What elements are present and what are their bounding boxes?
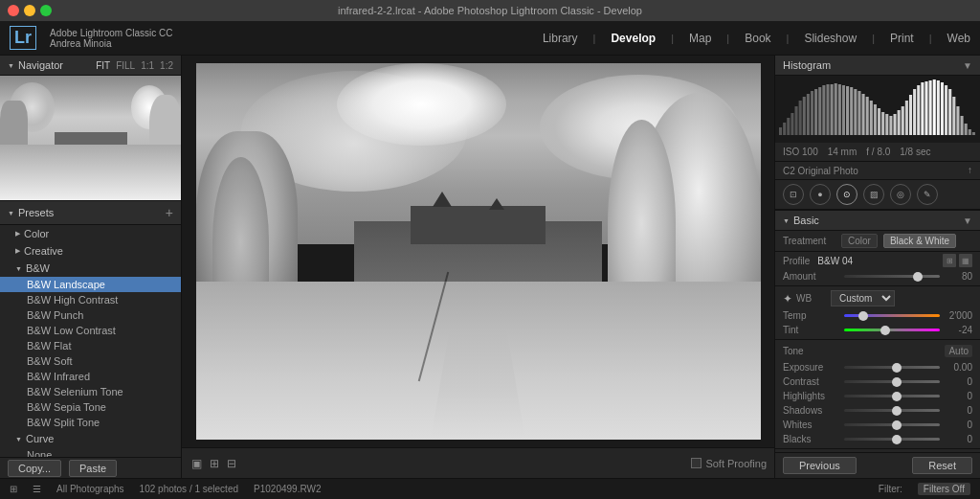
temp-slider-track[interactable]	[844, 314, 940, 317]
nav-web[interactable]: Web	[947, 32, 970, 45]
soft-proofing-checkbox[interactable]	[691, 458, 702, 468]
tint-slider-thumb[interactable]	[880, 326, 890, 335]
wb-dropdown[interactable]: Custom Auto Daylight Cloudy Shade	[831, 290, 895, 306]
preset-curve-none[interactable]: None	[0, 447, 181, 457]
blacks-label: Blacks	[783, 434, 840, 444]
before-after-icon[interactable]: ⊞	[208, 455, 221, 472]
preset-bw-split-tone[interactable]: B&W Split Tone	[0, 415, 181, 430]
preset-group-curve-header[interactable]: ▼ Curve	[0, 430, 181, 447]
preset-group-bw-header[interactable]: ▼ B&W	[0, 260, 181, 277]
presets-collapse-icon[interactable]: ▼	[8, 210, 14, 216]
shadows-slider-row: Shadows 0	[775, 403, 980, 418]
exif-aperture: f / 8.0	[866, 147, 890, 157]
preset-bw-infrared[interactable]: B&W Infrared	[0, 369, 181, 384]
svg-rect-39	[933, 79, 936, 135]
preset-bw-punch[interactable]: B&W Punch	[0, 307, 181, 323]
zoom-1-1[interactable]: 1:1	[141, 60, 154, 71]
profile-label: Profile	[783, 256, 810, 266]
auto-button[interactable]: Auto	[945, 345, 972, 357]
exif-info: ISO 100 14 mm f / 8.0 1/8 sec	[775, 143, 980, 162]
amount-slider-thumb[interactable]	[913, 272, 923, 282]
histogram-menu-icon[interactable]: ▼	[963, 60, 972, 71]
zoom-1-2[interactable]: 1:2	[160, 60, 173, 71]
close-button[interactable]	[8, 5, 19, 16]
window-controls[interactable]	[8, 5, 52, 16]
temp-slider-thumb[interactable]	[858, 311, 868, 321]
radial-filter-tool[interactable]: ◎	[890, 184, 911, 205]
spot-heal-tool[interactable]: ●	[810, 184, 831, 205]
amount-slider-track[interactable]	[844, 275, 940, 278]
wb-eyedropper-icon[interactable]: ✦	[783, 292, 792, 306]
preset-group-creative: ▶ Creative	[0, 242, 181, 260]
exposure-slider-track[interactable]	[844, 366, 940, 369]
nav-slideshow[interactable]: Slideshow	[804, 32, 857, 45]
exposure-slider-thumb[interactable]	[892, 363, 902, 373]
tint-slider-track[interactable]	[844, 329, 940, 331]
contrast-slider-thumb[interactable]	[892, 377, 902, 387]
photo-area[interactable]	[182, 56, 774, 447]
navigator-zoom-controls[interactable]: FIT FILL 1:1 1:2	[96, 60, 173, 71]
highlights-slider-track[interactable]	[844, 395, 940, 397]
contrast-slider-track[interactable]	[844, 380, 940, 383]
preset-bw-sepia-tone[interactable]: B&W Sepia Tone	[0, 399, 181, 415]
maximize-button[interactable]	[40, 5, 52, 16]
zoom-fill[interactable]: FILL	[116, 60, 135, 71]
treatment-label: Treatment	[783, 236, 835, 246]
blacks-slider-thumb[interactable]	[892, 435, 902, 444]
adjustment-brush-tool[interactable]: ✎	[917, 184, 938, 205]
reset-button[interactable]: Reset	[912, 457, 972, 474]
grid-view-icon[interactable]: ⊞	[10, 484, 17, 494]
blacks-slider-track[interactable]	[844, 438, 940, 441]
profile-menu-icon[interactable]: ▦	[959, 254, 972, 267]
preset-bw-selenium-tone[interactable]: B&W Selenium Tone	[0, 384, 181, 399]
nav-library[interactable]: Library	[543, 32, 578, 45]
highlights-slider-thumb[interactable]	[892, 392, 902, 401]
add-preset-button[interactable]: +	[166, 205, 173, 220]
profile-grid-icon[interactable]: ⊞	[943, 254, 956, 267]
shadows-slider-thumb[interactable]	[892, 406, 902, 416]
whites-slider-track[interactable]	[844, 423, 940, 426]
histogram-header: Histogram ▼	[775, 56, 980, 76]
filmstrip-icon[interactable]: ☰	[33, 484, 41, 494]
highlights-value: 0	[944, 391, 972, 401]
navigator-preview[interactable]	[0, 76, 182, 200]
crop-tool[interactable]: ⊡	[783, 184, 804, 205]
preset-bw-high-contrast[interactable]: B&W High Contrast	[0, 292, 181, 307]
preset-bw-low-contrast[interactable]: B&W Low Contrast	[0, 323, 181, 338]
nav-book[interactable]: Book	[745, 32, 770, 45]
grid-icon[interactable]: ⊟	[225, 455, 238, 472]
whites-slider-thumb[interactable]	[892, 420, 902, 430]
amount-slider-row: Amount 80	[775, 269, 980, 284]
navigator-collapse-icon[interactable]: ▼	[8, 62, 14, 69]
nav-print[interactable]: Print	[890, 32, 914, 45]
paste-button[interactable]: Paste	[69, 460, 117, 477]
main-layout: ▼ Navigator FIT FILL 1:1 1:2	[0, 56, 980, 478]
contrast-slider-row: Contrast 0	[775, 374, 980, 389]
treatment-color-button[interactable]: Color	[841, 234, 878, 248]
shadows-slider-track[interactable]	[844, 409, 940, 412]
nav-map[interactable]: Map	[689, 32, 711, 45]
copy-paste-bar: Copy... Paste	[0, 457, 181, 478]
zoom-fit[interactable]: FIT	[96, 60, 110, 71]
single-view-icon[interactable]: ▣	[189, 455, 204, 472]
whites-value: 0	[944, 420, 972, 430]
minimize-button[interactable]	[24, 5, 35, 16]
treatment-bw-button[interactable]: Black & White	[883, 234, 956, 248]
preset-bw-soft[interactable]: B&W Soft	[0, 353, 181, 369]
copy-button[interactable]: Copy...	[8, 460, 61, 477]
preset-group-color-header[interactable]: ▶ Color	[0, 225, 181, 242]
red-eye-tool[interactable]: ⊙	[836, 184, 858, 205]
graduated-filter-tool[interactable]: ▨	[863, 184, 884, 205]
svg-rect-26	[881, 112, 884, 135]
basic-menu-icon[interactable]: ▼	[963, 215, 972, 226]
filter-value[interactable]: Filters Off	[918, 483, 970, 495]
soft-proofing-control[interactable]: Soft Proofing	[691, 458, 767, 469]
nav-develop[interactable]: Develop	[611, 32, 656, 45]
virtual-copy-icon[interactable]: ↑	[968, 165, 972, 175]
previous-button[interactable]: Previous	[783, 457, 857, 474]
temp-slider-row: Temp 2'000	[775, 308, 980, 323]
basic-collapse-icon[interactable]: ▼	[783, 217, 790, 224]
preset-group-creative-header[interactable]: ▶ Creative	[0, 242, 181, 260]
preset-bw-flat[interactable]: B&W Flat	[0, 338, 181, 353]
preset-bw-landscape[interactable]: B&W Landscape	[0, 277, 181, 292]
